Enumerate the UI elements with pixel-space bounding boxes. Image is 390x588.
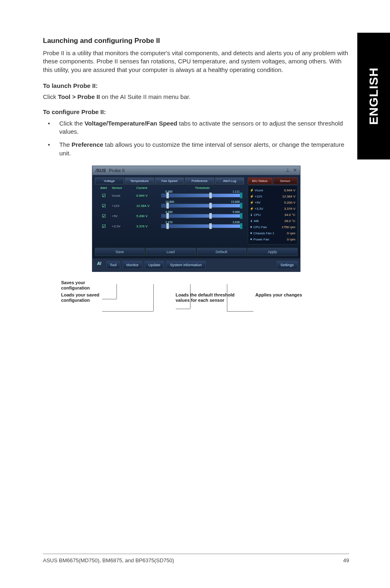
save-button[interactable]: Save: [95, 248, 145, 256]
threshold-slider[interactable]: 0.8001.111: [161, 193, 242, 197]
section-heading: Launching and configuring Probe II: [43, 37, 349, 45]
footer-product: ASUS BM6675(MD750), BM6875, and BP6375(S…: [43, 557, 174, 563]
sensor-name: +5V: [112, 214, 137, 218]
sensor-name: Vcore: [112, 194, 137, 197]
status-row: 🌡 MB28.0 °C: [250, 218, 296, 224]
bullet-item: The Preference tab allows you to customi…: [43, 141, 349, 157]
window-controls: ⊥ ✕: [286, 168, 297, 173]
tab-preference[interactable]: Preference: [185, 177, 214, 184]
footer-tool-button[interactable]: Tool: [106, 261, 121, 269]
status-row: ✷ Chassis Fan 10 rpm: [250, 230, 296, 236]
sensor-value: 0.944 V: [137, 194, 161, 197]
sensor-name: +12V: [112, 204, 137, 208]
status-tab-sensor[interactable]: Sensor: [273, 177, 298, 184]
status-row: ⚡ +3.3V3.376 V: [250, 206, 296, 212]
language-label: ENGLISH: [367, 67, 381, 125]
sensor-row: ☑+3.3V3.376 V2.9703.630: [95, 221, 244, 231]
status-row: ⚡ +5V5.200 V: [250, 200, 296, 206]
sensor-row: ☑+5V5.200 V4.5005.500: [95, 211, 244, 221]
callout-load: Loads your saved configuration: [61, 292, 110, 303]
alert-checkbox[interactable]: ☑: [96, 203, 112, 209]
footer-page-number: 49: [343, 557, 349, 563]
status-row: ✷ CPU Fan1758 rpm: [250, 224, 296, 230]
status-row: 🌡 CPU34.0 °C: [250, 212, 296, 218]
footer-update-button[interactable]: Update: [145, 261, 164, 269]
status-row: ✷ Power Fan0 rpm: [250, 236, 296, 242]
launch-instruction: Click Tool > Probe II on the AI Suite II…: [43, 93, 349, 100]
alert-checkbox[interactable]: ☑: [96, 224, 112, 229]
status-row: ⚡ Vcore0.944 V: [250, 187, 296, 193]
threshold-slider[interactable]: 10.80013.800: [161, 204, 242, 208]
status-tab-biu[interactable]: BIU Status: [248, 177, 272, 184]
load-button[interactable]: Load: [146, 248, 196, 256]
minimize-icon[interactable]: ⊥: [286, 168, 290, 173]
callout-apply: Applies your changes: [256, 292, 321, 298]
callout-save: Saves your configuration: [61, 280, 102, 291]
column-headers: Alert Sensor Current Threshold: [95, 184, 244, 191]
status-panel: ⚡ Vcore0.944 V⚡ +12V12.384 V⚡ +5V5.200 V…: [248, 185, 298, 245]
page-footer: ASUS BM6675(MD750), BM6875, and BP6375(S…: [43, 554, 349, 563]
ai-suite-icon: AI: [95, 261, 104, 269]
bullet-item: Click the Voltage/Temperature/Fan Speed …: [43, 119, 349, 136]
footer-settings-button[interactable]: Settings: [277, 261, 298, 269]
configure-heading: To configure Probe II:: [43, 108, 349, 115]
tab-fan-speed[interactable]: Fan Speed: [155, 177, 184, 184]
tab-voltage[interactable]: Voltage: [95, 177, 124, 184]
threshold-slider[interactable]: 4.5005.500: [161, 214, 242, 218]
status-row: ⚡ +12V12.384 V: [250, 193, 296, 200]
footer-sysinfo-button[interactable]: System Information: [166, 261, 206, 269]
intro-paragraph: Probe II is a utility that monitors the …: [43, 49, 349, 74]
sensor-row: ☑Vcore0.944 V0.8001.111: [95, 191, 244, 201]
close-icon[interactable]: ✕: [293, 168, 297, 173]
apply-button[interactable]: Apply: [247, 248, 298, 256]
probe-ii-window: /SUS Probe II ⊥ ✕ Voltage Temperature Fa…: [92, 166, 300, 272]
sensor-value: 12.384 V: [137, 204, 161, 208]
tab-alert-log[interactable]: Alert Log: [215, 177, 244, 184]
language-tab: ENGLISH: [357, 33, 390, 159]
default-button[interactable]: Default: [197, 248, 247, 256]
threshold-slider[interactable]: 2.9703.630: [161, 224, 242, 228]
window-titlebar: /SUS Probe II ⊥ ✕: [92, 166, 300, 175]
sensor-row: ☑+12V12.384 V10.80013.800: [95, 201, 244, 211]
sensor-value: 5.200 V: [137, 214, 161, 218]
alert-checkbox[interactable]: ☑: [96, 213, 112, 219]
alert-checkbox[interactable]: ☑: [96, 193, 112, 198]
callout-default: Loads the default threshold values for e…: [176, 292, 237, 303]
footer-monitor-button[interactable]: Monitor: [123, 261, 142, 269]
tab-temperature[interactable]: Temperature: [125, 177, 154, 184]
sensor-name: +3.3V: [112, 224, 137, 228]
window-title: /SUS Probe II: [96, 168, 125, 173]
launch-heading: To launch Probe II:: [43, 82, 349, 89]
sensor-value: 3.376 V: [137, 224, 161, 228]
